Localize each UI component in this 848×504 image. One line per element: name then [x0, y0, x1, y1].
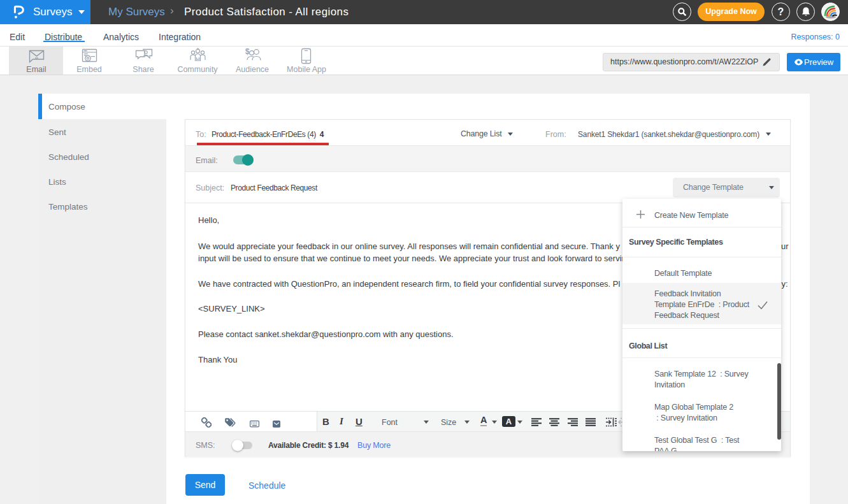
svg-text:$: $: [245, 48, 250, 56]
